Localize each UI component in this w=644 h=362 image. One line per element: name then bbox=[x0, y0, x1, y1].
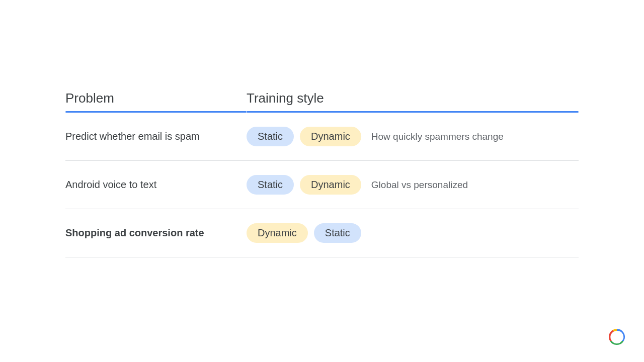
problem-cell-voice: Android voice to text bbox=[65, 179, 247, 191]
training-cell-voice: Static Dynamic Global vs personalized bbox=[247, 175, 579, 195]
col-training-header: Training style bbox=[247, 90, 579, 113]
badge-dynamic-spam: Dynamic bbox=[300, 127, 361, 146]
note-voice: Global vs personalized bbox=[371, 179, 468, 191]
table-body: Predict whether email is spam Static Dyn… bbox=[65, 113, 579, 257]
svg-point-0 bbox=[613, 333, 621, 341]
main-container: Problem Training style Predict whether e… bbox=[65, 90, 579, 257]
badge-dynamic-shopping: Dynamic bbox=[247, 223, 308, 243]
badge-static-spam: Static bbox=[247, 127, 294, 146]
problem-header-label: Problem bbox=[65, 90, 247, 111]
badge-static-voice: Static bbox=[247, 175, 294, 195]
google-cloud-logo bbox=[606, 326, 628, 348]
table-header: Problem Training style bbox=[65, 90, 579, 113]
training-cell-spam: Static Dynamic How quickly spammers chan… bbox=[247, 127, 579, 146]
badge-static-shopping: Static bbox=[314, 223, 361, 243]
training-header-label: Training style bbox=[247, 90, 579, 111]
problem-cell-shopping: Shopping ad conversion rate bbox=[65, 227, 247, 239]
problem-cell-spam: Predict whether email is spam bbox=[65, 131, 247, 142]
training-header-divider bbox=[247, 111, 579, 113]
table-row: Shopping ad conversion rate Dynamic Stat… bbox=[65, 209, 579, 257]
problem-header-divider bbox=[65, 111, 247, 113]
table-row: Android voice to text Static Dynamic Glo… bbox=[65, 161, 579, 209]
note-spam: How quickly spammers change bbox=[371, 131, 504, 142]
training-cell-shopping: Dynamic Static bbox=[247, 223, 579, 243]
table-row: Predict whether email is spam Static Dyn… bbox=[65, 113, 579, 161]
badge-dynamic-voice: Dynamic bbox=[300, 175, 361, 195]
col-problem-header: Problem bbox=[65, 90, 247, 113]
